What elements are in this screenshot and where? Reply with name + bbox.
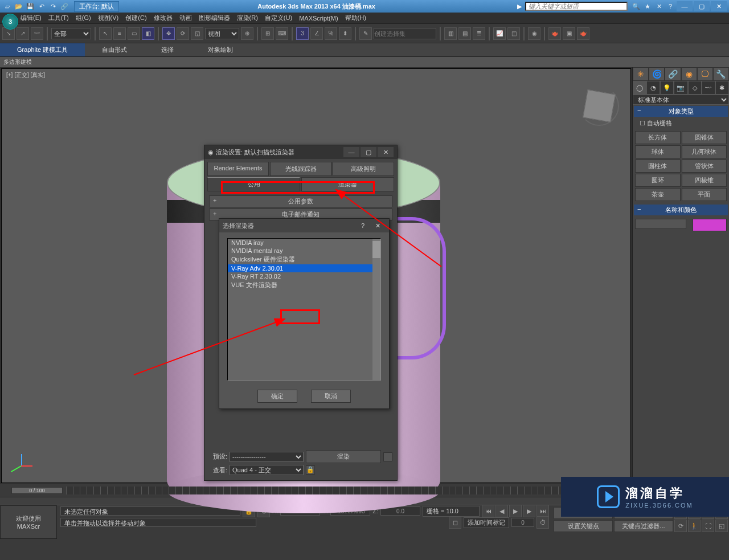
named-selection-set[interactable] xyxy=(374,28,436,39)
render-frame-icon[interactable]: ▣ xyxy=(563,27,575,40)
list-scrollbar[interactable] xyxy=(372,239,380,380)
helpers-tab-icon[interactable]: ◇ xyxy=(688,81,702,95)
tab-advanced-lighting[interactable]: 高级照明 xyxy=(333,162,394,176)
object-color-swatch[interactable] xyxy=(693,219,727,231)
cameras-tab-icon[interactable]: 📷 xyxy=(674,81,687,95)
snap-toggle-icon[interactable]: 3 xyxy=(296,27,309,40)
application-button[interactable]: 3 xyxy=(2,14,18,30)
manipulate-icon[interactable]: ⊞ xyxy=(261,27,274,40)
rotate-icon[interactable]: ⟳ xyxy=(177,27,189,40)
menu-group[interactable]: 组(G) xyxy=(76,14,91,22)
ribbon-tab-objectpaint[interactable]: 对象绘制 xyxy=(191,43,250,56)
menu-grapheditors[interactable]: 图形编辑器 xyxy=(199,14,230,22)
nav-walk-icon[interactable]: 🚶 xyxy=(688,520,701,532)
redo-icon[interactable]: ↷ xyxy=(48,1,58,11)
goto-end-icon[interactable]: ⏭ xyxy=(536,505,549,517)
preset-dropdown[interactable]: ---------------- xyxy=(230,452,304,462)
bind-spacewarp-icon[interactable]: 〰 xyxy=(31,27,43,40)
teapot-button[interactable]: 茶壶 xyxy=(635,188,681,201)
ribbon-tab-freeform[interactable]: 自由形式 xyxy=(85,43,144,56)
list-item[interactable]: NVIDIA iray xyxy=(228,239,380,247)
plane-button[interactable]: 平面 xyxy=(682,188,727,201)
list-item[interactable]: V-Ray RT 2.30.02 xyxy=(228,272,380,280)
tab-render-elements[interactable]: Render Elements xyxy=(207,162,269,176)
schematic-view-icon[interactable]: ◫ xyxy=(507,27,520,40)
viewcube[interactable] xyxy=(579,86,619,126)
spacewarps-tab-icon[interactable]: 〰 xyxy=(702,81,715,95)
maximize-button[interactable]: ▢ xyxy=(694,1,710,11)
render-button[interactable]: 渲染 xyxy=(306,450,381,463)
dialog-help-button[interactable]: ? xyxy=(357,220,368,231)
link-icon[interactable]: 🔗 xyxy=(59,1,69,11)
torus-button[interactable]: 圆环 xyxy=(635,174,681,187)
select-rect-icon[interactable]: ▭ xyxy=(128,27,140,40)
render-setup-icon[interactable]: 🫖 xyxy=(548,27,561,40)
save-icon[interactable]: 💾 xyxy=(25,1,35,11)
open-icon[interactable]: 📂 xyxy=(14,1,24,11)
ref-coord-system[interactable]: 视图 xyxy=(205,28,239,39)
view-lock-icon[interactable]: 🔒 xyxy=(306,465,315,475)
rollup-common-params[interactable]: 公用参数 xyxy=(209,195,392,207)
scale-icon[interactable]: ◱ xyxy=(191,27,203,40)
favorite-icon[interactable]: ★ xyxy=(642,1,653,11)
box-button[interactable]: 长方体 xyxy=(635,131,681,144)
menu-rendering[interactable]: 渲染(R) xyxy=(237,14,258,22)
help-icon[interactable]: ? xyxy=(665,1,675,11)
rollup-name-color[interactable]: 名称和颜色 xyxy=(634,205,728,215)
list-item-selected[interactable]: V-Ray Adv 2.30.01 xyxy=(228,264,380,272)
nav-maximize-icon[interactable]: ⛶ xyxy=(702,520,714,532)
minimize-button[interactable]: — xyxy=(677,1,693,11)
shapes-tab-icon[interactable]: ◔ xyxy=(646,81,660,95)
time-tag[interactable]: 添加时间标记 xyxy=(464,517,509,528)
time-config-icon[interactable]: ⏱ xyxy=(536,516,549,529)
pivot-icon[interactable]: ⊕ xyxy=(241,27,253,40)
next-frame-icon[interactable]: ▶ xyxy=(523,505,535,517)
menu-edit[interactable]: 编辑(E) xyxy=(21,14,42,22)
dialog-close-button[interactable]: ✕ xyxy=(378,147,394,157)
key-filters-button[interactable]: 关键点过滤器... xyxy=(614,520,673,532)
curve-editor-icon[interactable]: 📈 xyxy=(493,27,506,40)
prev-frame-icon[interactable]: ◀ xyxy=(495,505,508,517)
dialog-close-button[interactable]: ✕ xyxy=(370,220,386,231)
geosphere-button[interactable]: 几何球体 xyxy=(682,145,727,158)
utilities-panel-icon[interactable]: 🔧 xyxy=(713,67,729,81)
cone-button[interactable]: 圆锥体 xyxy=(682,131,727,144)
nav-min-icon[interactable]: ◱ xyxy=(715,520,728,532)
menu-animation[interactable]: 动画 xyxy=(179,14,192,22)
view-dropdown[interactable]: Quad 4 - 正交 xyxy=(230,465,304,475)
exchange-icon[interactable]: ✕ xyxy=(654,1,664,11)
dialog-maximize-button[interactable]: ▢ xyxy=(361,147,376,157)
align-icon[interactable]: ▤ xyxy=(458,27,471,40)
material-editor-icon[interactable]: ◉ xyxy=(528,27,540,40)
menu-maxscript[interactable]: MAXScript(M) xyxy=(299,15,338,22)
systems-tab-icon[interactable]: ✱ xyxy=(715,81,729,95)
rollup-object-type[interactable]: 对象类型 xyxy=(634,106,728,117)
cylinder-button[interactable]: 圆柱体 xyxy=(635,160,681,173)
hierarchy-panel-icon[interactable]: 🔗 xyxy=(665,67,681,81)
render-production-icon[interactable]: 🫖 xyxy=(577,27,589,40)
edit-named-sel-icon[interactable]: ✎ xyxy=(359,27,372,40)
signin-icon[interactable]: 🔍 xyxy=(631,1,641,11)
spinner-snap-icon[interactable]: ⬍ xyxy=(339,27,351,40)
dialog-minimize-button[interactable]: — xyxy=(343,147,359,157)
list-item[interactable]: NVIDIA mental ray xyxy=(228,247,380,255)
menu-views[interactable]: 视图(V) xyxy=(98,14,119,22)
menu-tools[interactable]: 工具(T) xyxy=(48,14,69,22)
menu-create[interactable]: 创建(C) xyxy=(125,14,146,22)
tab-renderer[interactable]: 渲染器 xyxy=(301,177,394,191)
ribbon-tab-selection[interactable]: 选择 xyxy=(144,43,191,56)
current-frame-input[interactable] xyxy=(511,518,534,527)
select-icon[interactable]: ↖ xyxy=(99,27,112,40)
tube-button[interactable]: 管状体 xyxy=(682,160,727,173)
create-panel-icon[interactable]: ✳ xyxy=(633,67,649,81)
list-item[interactable]: VUE 文件渲染器 xyxy=(228,280,380,290)
ok-button[interactable]: 确定 xyxy=(257,390,297,403)
layer-manager-icon[interactable]: ≣ xyxy=(473,27,485,40)
ribbon-tab-graphite[interactable]: Graphite 建模工具 xyxy=(0,43,85,56)
pyramid-button[interactable]: 四棱锥 xyxy=(682,174,727,187)
render-dialog-titlebar[interactable]: ◉ 渲染设置: 默认扫描线渲染器 — ▢ ✕ xyxy=(204,145,397,159)
help-search-input[interactable] xyxy=(525,2,628,11)
select-name-icon[interactable]: ≡ xyxy=(113,27,126,40)
cancel-button[interactable]: 取消 xyxy=(311,390,351,403)
menu-customize[interactable]: 自定义(U) xyxy=(265,14,292,22)
